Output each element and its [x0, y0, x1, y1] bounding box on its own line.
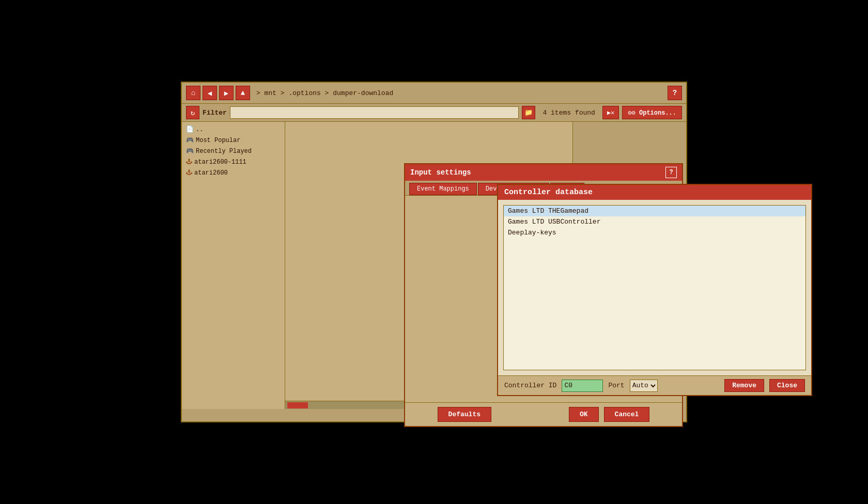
defaults-button[interactable]: Defaults [438, 407, 491, 422]
remove-button[interactable]: Remove [724, 379, 764, 392]
scroll-thumb[interactable] [287, 402, 308, 408]
close-button[interactable]: Close [769, 379, 805, 392]
home-button[interactable]: ⌂ [186, 86, 200, 100]
tab-event-mappings[interactable]: Event Mappings [409, 183, 477, 195]
sidebar-item-dotdot[interactable]: 📄 .. [182, 124, 285, 135]
joystick-icon: 🕹 [186, 158, 192, 166]
toolbar: ⌂ ◀ ▶ ▲ > mnt > .options > dumper-downlo… [182, 83, 686, 104]
controller-id-input[interactable] [562, 380, 603, 392]
refresh-button[interactable]: ↻ [186, 106, 199, 119]
controller-db-footer: Controller ID Port Auto 1 2 3 4 Remove C… [498, 375, 811, 395]
list-item[interactable]: Games LTD USBController [504, 216, 805, 227]
list-item[interactable]: Games LTD THEGamepad [504, 206, 805, 216]
help-button[interactable]: ? [668, 86, 682, 100]
gamepad-icon: 🎮 [186, 136, 194, 144]
filter-bar: ↻ Filter 📁 4 items found ▶✕ ⚙ ⚙ Options.… [182, 104, 686, 122]
ok-button[interactable]: OK [569, 407, 599, 422]
back-button[interactable]: ◀ [203, 86, 217, 100]
breadcrumb: > mnt > .options > dumper-download [252, 89, 665, 97]
sidebar-item-atari2600[interactable]: 🕹 atari2600 [182, 167, 285, 178]
input-settings-buttons: Defaults OK Cancel [405, 402, 682, 426]
filter-input[interactable] [230, 106, 519, 119]
filter-label: Filter [203, 109, 227, 117]
port-select[interactable]: Auto 1 2 3 4 [630, 380, 658, 392]
controller-database-dialog: Controller database Games LTD THEGamepad… [497, 184, 812, 396]
sidebar-item-label: atari2600 [194, 169, 228, 177]
cmd-button[interactable]: ▶✕ [602, 106, 619, 119]
content-area: Input settings ? Event Mappings Devices … [285, 122, 572, 409]
gear-icon: ⚙ [628, 109, 631, 117]
port-label: Port [608, 382, 624, 389]
app-window: ⌂ ◀ ▶ ▲ > mnt > .options > dumper-downlo… [181, 82, 687, 422]
options-button[interactable]: ⚙ ⚙ Options... [622, 106, 682, 119]
input-settings-title-bar: Input settings ? [405, 164, 682, 181]
controller-id-label: Controller ID [504, 382, 556, 389]
controller-db-list[interactable]: Games LTD THEGamepad Games LTD USBContro… [503, 205, 806, 370]
sidebar-item-label: .. [196, 126, 203, 133]
sidebar-item-most-popular[interactable]: 🎮 Most Popular [182, 135, 285, 146]
sidebar: 📄 .. 🎮 Most Popular 🎮 Recently Played 🕹 … [182, 122, 285, 409]
cmd-icon: ▶✕ [607, 109, 614, 117]
sidebar-item-label: atari2600-1111 [194, 159, 246, 166]
controller-db-title-bar: Controller database [498, 185, 811, 200]
input-settings-title: Input settings [410, 168, 471, 177]
sidebar-item-recently-played[interactable]: 🎮 Recently Played [182, 146, 285, 156]
forward-button[interactable]: ▶ [219, 86, 234, 100]
items-found: 4 items found [538, 109, 599, 117]
cancel-button[interactable]: Cancel [604, 407, 650, 422]
options-label: ⚙ Options... [632, 109, 676, 117]
controller-db-title-text: Controller database [504, 188, 593, 197]
sidebar-item-atari2600-1111[interactable]: 🕹 atari2600-1111 [182, 156, 285, 167]
joystick-icon: 🕹 [186, 169, 192, 177]
up-button[interactable]: ▲ [236, 86, 250, 100]
list-item[interactable]: Deeplay-keys [504, 227, 805, 238]
sidebar-item-label: Recently Played [196, 148, 252, 155]
file-icon: 📄 [186, 125, 194, 133]
main-content: 📄 .. 🎮 Most Popular 🎮 Recently Played 🕹 … [182, 122, 686, 409]
input-settings-help-button[interactable]: ? [665, 167, 677, 178]
sidebar-item-label: Most Popular [196, 137, 240, 144]
folder-button[interactable]: 📁 [522, 106, 535, 119]
gamepad-icon: 🎮 [186, 147, 194, 155]
